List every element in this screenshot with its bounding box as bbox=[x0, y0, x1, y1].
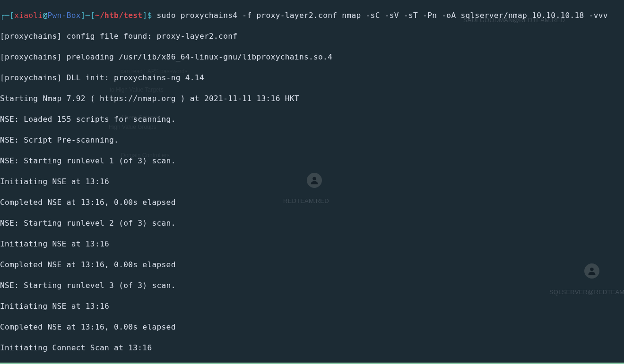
prompt-user: xiaoli bbox=[14, 11, 43, 20]
prompt-bracket: ]$ bbox=[142, 11, 152, 20]
output-line: NSE: Starting runlevel 3 (of 3) scan. bbox=[0, 280, 624, 291]
prompt-cwd: ~/htb/test bbox=[95, 11, 142, 20]
prompt-bracket: ]─[ bbox=[81, 11, 95, 20]
terminal[interactable]: ┌─[xiaoli@Pwn-Box]─[~/htb/test]$ sudo pr… bbox=[0, 0, 624, 364]
prompt-at: @ bbox=[43, 11, 47, 20]
output-line: Completed NSE at 13:16, 0.00s elapsed bbox=[0, 197, 624, 208]
prompt-bracket: ┌─[ bbox=[0, 11, 14, 20]
output-line: [proxychains] preloading /usr/lib/x86_64… bbox=[0, 52, 624, 62]
output-line: [proxychains] config file found: proxy-l… bbox=[0, 31, 624, 42]
output-line: NSE: Starting runlevel 2 (of 3) scan. bbox=[0, 218, 624, 229]
prompt-host: Pwn-Box bbox=[47, 11, 80, 20]
output-line: Initiating NSE at 13:16 bbox=[0, 301, 624, 312]
output-line: Initiating NSE at 13:16 bbox=[0, 239, 624, 249]
prompt-line: ┌─[xiaoli@Pwn-Box]─[~/htb/test]$ sudo pr… bbox=[0, 10, 624, 21]
output-line: Starting Nmap 7.92 ( https://nmap.org ) … bbox=[0, 93, 624, 104]
output-line: Completed NSE at 13:16, 0.00s elapsed bbox=[0, 260, 624, 270]
output-line: Initiating Connect Scan at 13:16 bbox=[0, 343, 624, 353]
output-line: NSE: Starting runlevel 1 (of 3) scan. bbox=[0, 156, 624, 166]
output-line: Initiating NSE at 13:16 bbox=[0, 177, 624, 187]
output-line: Completed NSE at 13:16, 0.00s elapsed bbox=[0, 322, 624, 332]
output-line: NSE: Script Pre-scanning. bbox=[0, 135, 624, 145]
command: sudo proxychains4 -f proxy-layer2.conf n… bbox=[152, 11, 608, 20]
output-line: [proxychains] DLL init: proxychains-ng 4… bbox=[0, 73, 624, 83]
output-line: NSE: Loaded 155 scripts for scanning. bbox=[0, 114, 624, 125]
